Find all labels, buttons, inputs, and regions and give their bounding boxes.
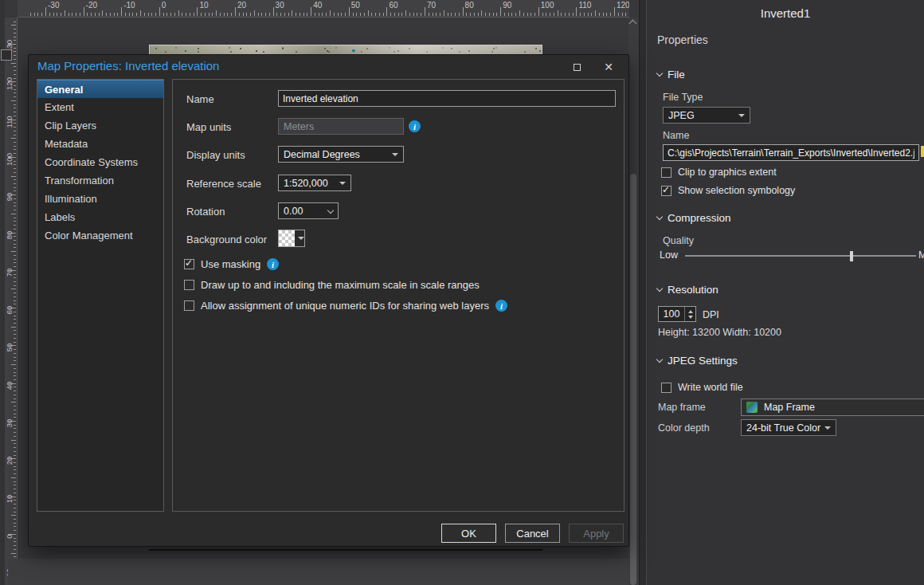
- display-units-dropdown[interactable]: Decimal Degrees: [278, 146, 404, 163]
- selection-symbology-checkbox[interactable]: [661, 186, 671, 196]
- chevron-down-icon: [656, 70, 663, 77]
- horizontal-ruler: -30-20-100102030405060708090100110120: [18, 0, 629, 18]
- unique-ids-info-icon[interactable]: i: [495, 300, 507, 312]
- use-masking-info-icon[interactable]: i: [267, 258, 279, 270]
- file-type-dropdown[interactable]: JPEG: [663, 107, 750, 124]
- spinner-arrows-icon[interactable]: [684, 307, 695, 321]
- use-masking-row: Use masking i: [184, 258, 279, 270]
- chevron-down-icon: [656, 356, 663, 363]
- unique-ids-row: Allow assignment of unique numeric IDs f…: [184, 300, 507, 312]
- clip-extent-checkbox[interactable]: [661, 167, 671, 178]
- map-properties-dialog: Map Properties: Inverted elevation ✕ Gen…: [28, 54, 629, 547]
- map-frame-dropdown[interactable]: Map Frame: [741, 399, 924, 416]
- properties-heading: Properties: [657, 33, 708, 46]
- clip-extent-row: Clip to graphics extent: [661, 167, 777, 178]
- dropdown-arrow-icon: [738, 114, 745, 117]
- close-icon: ✕: [604, 61, 613, 73]
- quality-slider[interactable]: [685, 255, 916, 257]
- export-item-name: Inverted1: [647, 6, 924, 20]
- background-color-picker[interactable]: [278, 230, 305, 247]
- compression-section-header[interactable]: Compression: [657, 212, 731, 224]
- arcgis-pro-window: -30-20-100102030405060708090100110120 13…: [0, 0, 924, 585]
- world-file-checkbox[interactable]: [661, 383, 671, 393]
- rotation-combobox[interactable]: 0.00: [278, 202, 339, 219]
- map-units-field: Meters: [278, 118, 404, 135]
- chevron-down-icon: [656, 285, 663, 292]
- sidebar-item-labels[interactable]: Labels: [37, 208, 163, 226]
- sidebar-item-metadata[interactable]: Metadata: [37, 135, 163, 153]
- world-file-row: Write world file: [661, 382, 743, 393]
- ok-button[interactable]: OK: [441, 524, 496, 543]
- quality-slider-handle[interactable]: [850, 251, 853, 261]
- color-depth-dropdown[interactable]: 24-bit True Color: [741, 419, 836, 436]
- dropdown-arrow-icon: [298, 237, 304, 240]
- export-pane: Inverted1 Properties File File Type JPEG…: [647, 0, 924, 585]
- dialog-title: Map Properties: Inverted elevation: [37, 59, 219, 73]
- maximize-button[interactable]: [565, 58, 589, 76]
- selection-symbology-row: Show selection symbology: [661, 185, 795, 196]
- sidebar-item-transformation[interactable]: Transformation: [37, 171, 163, 190]
- layout-page-bottom-edge: [149, 549, 542, 551]
- map-frame-icon: [746, 402, 758, 413]
- maximize-icon: [574, 64, 581, 71]
- color-depth-label: Color depth: [658, 422, 710, 434]
- layout-corner-button: [1, 49, 12, 61]
- vertical-ruler: 1301201101009080706050403020100-10: [5, 18, 18, 585]
- sidebar-item-illumination[interactable]: Illumination: [37, 190, 163, 208]
- sidebar-item-coordinate-systems[interactable]: Coordinate Systems: [37, 153, 163, 171]
- cancel-button[interactable]: Cancel: [505, 524, 560, 543]
- sidebar-item-clip-layers[interactable]: Clip Layers: [37, 116, 163, 135]
- unique-ids-checkbox[interactable]: [184, 300, 194, 311]
- dpi-label: DPI: [703, 309, 719, 320]
- use-masking-checkbox[interactable]: [184, 259, 194, 269]
- dropdown-arrow-icon: [339, 182, 346, 185]
- sidebar-item-general[interactable]: General: [37, 80, 163, 98]
- apply-button[interactable]: Apply: [569, 524, 624, 543]
- dialog-content: Name Map units Meters i Display units De…: [172, 79, 624, 512]
- sidebar-item-color-management[interactable]: Color Management: [37, 226, 163, 245]
- name-label: Name: [186, 93, 214, 105]
- rotation-label: Rotation: [186, 206, 225, 218]
- export-name-label: Name: [663, 130, 689, 141]
- file-type-label: File Type: [663, 92, 703, 103]
- quality-max-label: M: [918, 249, 924, 261]
- close-button[interactable]: ✕: [597, 58, 621, 76]
- draw-max-scale-row: Draw up to and including the maximum sca…: [184, 279, 480, 291]
- map-units-info-icon[interactable]: i: [409, 120, 421, 132]
- scrollbar-thumb[interactable]: [630, 174, 636, 585]
- display-units-label: Display units: [186, 149, 245, 161]
- export-size-text: Height: 13200 Width: 10200: [658, 327, 781, 338]
- dialog-sidebar: General Extent Clip Layers Metadata Coor…: [37, 79, 164, 512]
- transparent-color-swatch: [279, 230, 295, 246]
- chevron-down-icon: [656, 214, 663, 220]
- export-path-input[interactable]: [663, 144, 919, 161]
- browse-folder-icon[interactable]: [921, 148, 924, 157]
- map-units-label: Map units: [186, 121, 231, 133]
- chevron-down-icon: [327, 206, 334, 213]
- vertical-scrollbar[interactable]: [628, 18, 639, 585]
- jpeg-settings-section-header[interactable]: JPEG Settings: [657, 355, 738, 367]
- scroll-up-icon[interactable]: [629, 20, 637, 28]
- sidebar-item-extent[interactable]: Extent: [37, 98, 163, 116]
- quality-label: Quality: [663, 235, 694, 246]
- layout-page-shadow: [8, 559, 629, 585]
- dropdown-arrow-icon: [392, 153, 398, 156]
- reference-scale-dropdown[interactable]: 1:520,000: [278, 175, 351, 191]
- map-name-input[interactable]: [278, 90, 616, 107]
- background-color-label: Background color: [186, 234, 267, 245]
- map-frame-label: Map frame: [658, 402, 706, 413]
- pane-splitter[interactable]: [639, 0, 647, 585]
- draw-max-scale-checkbox[interactable]: [184, 280, 194, 290]
- quality-low-label: Low: [660, 249, 678, 261]
- dropdown-arrow-icon: [824, 426, 831, 430]
- resolution-section-header[interactable]: Resolution: [657, 284, 718, 296]
- file-section-header[interactable]: File: [657, 69, 685, 80]
- dpi-spinner[interactable]: 100: [658, 306, 696, 322]
- reference-scale-label: Reference scale: [186, 178, 261, 190]
